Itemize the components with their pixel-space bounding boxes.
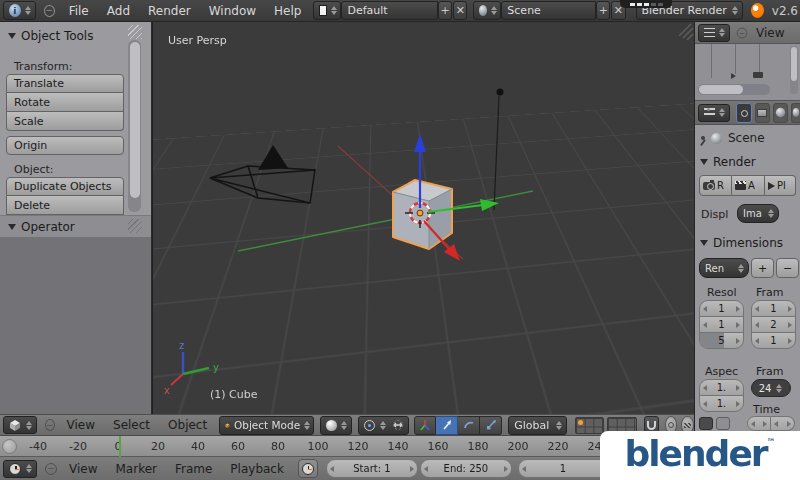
manipulator-toggle-icon[interactable]	[391, 420, 405, 430]
tab-scene[interactable]	[773, 103, 788, 123]
tree-item-camera-icon[interactable]	[753, 72, 763, 78]
pin-icon[interactable]	[701, 136, 705, 140]
menu-file[interactable]: File	[67, 4, 91, 18]
outliner-vscrollbar[interactable]	[790, 46, 798, 94]
outliner-view-menu[interactable]: View	[754, 26, 786, 40]
outliner-hscrollbar[interactable]	[698, 84, 770, 95]
screen-layout-icon-button[interactable]	[313, 1, 341, 20]
tree-expand-icon[interactable]	[731, 73, 736, 79]
scrollbar-thumb[interactable]	[699, 85, 743, 94]
menu-object[interactable]: Object	[166, 418, 209, 432]
menu-playback[interactable]: Playback	[228, 462, 286, 476]
panel-drag-grip[interactable]	[128, 219, 142, 233]
menu-frame[interactable]: Frame	[173, 462, 214, 476]
manipulator-translate-button[interactable]	[436, 416, 458, 435]
tab-render-layers[interactable]	[755, 103, 770, 123]
add-preset-button[interactable]: +	[751, 258, 774, 278]
menu-select[interactable]: Select	[111, 418, 152, 432]
current-frame-line[interactable]	[119, 436, 121, 457]
info-editor-type-button[interactable]: i	[3, 1, 36, 20]
add-layout-button[interactable]: +	[438, 1, 452, 20]
blender-logo-text: blender	[624, 431, 766, 477]
render-panel-header[interactable]: Render	[700, 155, 756, 169]
scene-name-field[interactable]: Scene	[501, 1, 596, 20]
lamp-object[interactable]	[494, 89, 504, 211]
layers-group-1[interactable]	[575, 417, 605, 434]
current-frame-field[interactable]: 1	[518, 459, 608, 478]
scene-browse-button[interactable]	[473, 1, 501, 20]
scene-tab-icon	[776, 108, 785, 117]
manipulator-scale-button[interactable]	[480, 416, 502, 435]
panel-drag-grip[interactable]	[128, 25, 142, 39]
mode-select[interactable]: Object Mode	[219, 416, 314, 435]
delete-button[interactable]: Delete	[6, 196, 124, 215]
outliner-content[interactable]	[695, 44, 800, 100]
menu-marker[interactable]: Marker	[113, 462, 158, 476]
rotate-button[interactable]: Rotate	[6, 93, 124, 112]
menu-view[interactable]: View	[67, 462, 99, 476]
object-tools-panel-header[interactable]: Object Tools	[8, 29, 93, 43]
scrollbar-thumb[interactable]	[791, 47, 797, 81]
screen-layout-name-field[interactable]: Default	[341, 1, 438, 20]
menu-add[interactable]: Add	[105, 4, 132, 18]
editor-type-outliner-button[interactable]	[698, 24, 730, 42]
manipulator-rotate-button[interactable]	[458, 416, 480, 435]
manipulator-axis-button[interactable]	[414, 416, 436, 435]
ruler-scroller-cap[interactable]	[2, 439, 17, 454]
time-remap-old-field[interactable]	[747, 416, 771, 431]
play-button[interactable]: Pl	[765, 175, 796, 196]
preview-range-button[interactable]	[298, 459, 318, 478]
frame-start-field[interactable]: Start: 1	[326, 459, 418, 478]
time-remap-new-field[interactable]	[771, 416, 795, 431]
duplicate-objects-button[interactable]: Duplicate Objects	[6, 177, 124, 196]
scrollbar-thumb[interactable]	[130, 42, 140, 198]
frame-start-stepper[interactable]: 1	[751, 300, 796, 317]
dimensions-panel-header[interactable]: Dimensions	[700, 236, 783, 250]
render-presets-select[interactable]: Ren	[699, 258, 749, 278]
resolution-x-field[interactable]: 1	[699, 300, 744, 317]
transform-orientation-select[interactable]: Global	[508, 416, 567, 435]
camera-object[interactable]	[210, 145, 315, 203]
collapse-menu-icon[interactable]: −	[737, 27, 748, 38]
frame-end-stepper[interactable]: 2	[751, 316, 796, 333]
display-select[interactable]: Ima	[737, 204, 779, 223]
tab-world[interactable]	[791, 103, 800, 123]
viewport-shading-select[interactable]	[320, 416, 352, 435]
toggle-checkbox[interactable]	[699, 417, 713, 430]
camera-icon	[703, 182, 715, 190]
editor-type-3dview-button[interactable]	[3, 416, 37, 434]
tab-render[interactable]	[736, 103, 752, 123]
viewport-corner-grip[interactable]	[679, 24, 693, 40]
remove-preset-button[interactable]: −	[776, 258, 799, 278]
menu-render[interactable]: Render	[146, 4, 193, 18]
aspect-y-field[interactable]: 1.	[699, 395, 744, 412]
translate-button[interactable]: Translate	[6, 74, 124, 93]
tool-shelf-scrollbar[interactable]	[128, 40, 141, 212]
menu-view[interactable]: View	[65, 418, 97, 432]
operator-panel-header[interactable]: Operator	[8, 220, 75, 234]
menu-help[interactable]: Help	[272, 4, 303, 18]
editor-type-properties-button[interactable]	[698, 104, 730, 122]
menu-window[interactable]: Window	[207, 4, 258, 18]
fps-select[interactable]: 24	[751, 379, 791, 397]
add-scene-button[interactable]: +	[596, 1, 610, 20]
toggle-checkbox[interactable]	[716, 417, 730, 430]
resolution-y-field[interactable]: 1	[699, 316, 744, 333]
collapse-menu-icon[interactable]: −	[45, 463, 57, 475]
pivot-point-select[interactable]	[358, 416, 409, 435]
object-mode-cube-icon	[225, 420, 230, 431]
frame-step-stepper[interactable]: 1	[751, 332, 796, 349]
frame-end-field[interactable]: End: 250	[420, 459, 512, 478]
viewport-3d[interactable]: z y x User Persp (1) Cube	[152, 22, 694, 414]
collapse-menu-icon[interactable]: −	[44, 5, 55, 17]
render-button[interactable]: R	[699, 175, 732, 196]
editor-type-timeline-button[interactable]	[3, 460, 37, 478]
collapse-menu-icon[interactable]: −	[45, 419, 55, 431]
aspect-x-field[interactable]: 1.	[699, 379, 744, 396]
delete-layout-button[interactable]: ✕	[453, 1, 467, 20]
origin-button[interactable]: Origin	[6, 136, 124, 155]
render-animation-button[interactable]: A	[732, 175, 765, 196]
timeline-ruler[interactable]: -40 -20 0 20 40 60 80 100 120 140 160 18…	[0, 436, 694, 457]
resolution-percent-slider[interactable]: 5	[699, 332, 744, 349]
scale-button[interactable]: Scale	[6, 112, 124, 131]
